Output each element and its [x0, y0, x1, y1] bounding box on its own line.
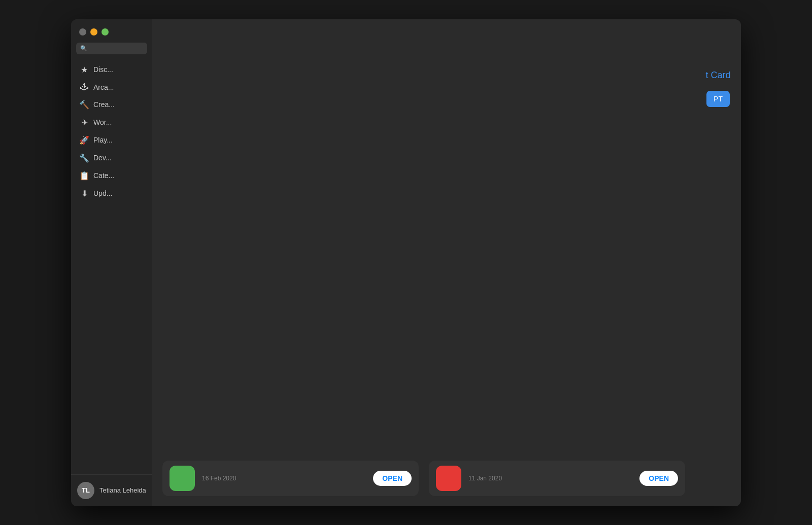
background-content: 16 Feb 2020 OPEN 11 Jan 2020 OPEN — [152, 19, 695, 506]
bg-app-icon-2 — [436, 466, 461, 491]
maximize-button[interactable] — [101, 28, 109, 36]
search-icon: 🔍 — [80, 45, 87, 52]
bg-card-row: 16 Feb 2020 OPEN 11 Jan 2020 OPEN — [162, 461, 685, 496]
play-icon: 🚀 — [79, 135, 89, 145]
sidebar-item-arcade[interactable]: 🕹 Arca... — [74, 79, 149, 95]
right-action-button[interactable]: PT — [706, 91, 730, 107]
categories-icon: 📋 — [79, 171, 89, 181]
sidebar-item-work[interactable]: ✈ Wor... — [74, 114, 149, 131]
create-icon: 🔨 — [79, 100, 89, 110]
bg-app-date-1: 16 Feb 2020 — [202, 475, 366, 482]
sidebar-item-label: Disc... — [93, 65, 113, 74]
develop-icon: 🔧 — [79, 153, 89, 163]
bg-app-date-2: 11 Jan 2020 — [468, 475, 632, 482]
sidebar-item-play[interactable]: 🚀 Play... — [74, 132, 149, 149]
close-button[interactable] — [79, 28, 86, 36]
sidebar-item-label: Dev... — [93, 154, 112, 162]
sidebar-item-discover[interactable]: ★ Disc... — [74, 61, 149, 78]
sidebar-item-label: Cate... — [93, 171, 114, 180]
sidebar: 🔍 ★ Disc... 🕹 Arca... 🔨 Crea... ✈ Wor...… — [71, 19, 152, 506]
sidebar-item-label: Play... — [93, 136, 113, 144]
bg-app-info-1: 16 Feb 2020 — [202, 475, 366, 482]
sidebar-item-label: Upd... — [93, 189, 112, 197]
open-button-1[interactable]: OPEN — [373, 471, 412, 486]
sidebar-nav: ★ Disc... 🕹 Arca... 🔨 Crea... ✈ Wor... 🚀… — [71, 61, 152, 474]
bg-app-info-2: 11 Jan 2020 — [468, 475, 632, 482]
main-area: Edit Subscription 🔒 Secure Connection tv… — [152, 19, 695, 506]
traffic-lights — [71, 19, 152, 43]
sidebar-item-label: Arca... — [93, 83, 114, 91]
sidebar-item-label: Crea... — [93, 100, 115, 109]
bg-card-2: 11 Jan 2020 OPEN — [429, 461, 685, 496]
open-button-2[interactable]: OPEN — [639, 471, 678, 486]
right-panel: t Card PT — [695, 19, 741, 506]
avatar: TL — [77, 482, 94, 499]
right-card-label: t Card — [705, 70, 730, 81]
user-name: Tetiana Leheida — [99, 486, 146, 494]
star-icon: ★ — [79, 65, 89, 75]
search-bar[interactable]: 🔍 — [76, 43, 147, 54]
sidebar-item-updates[interactable]: ⬇ Upd... — [74, 185, 149, 202]
sidebar-item-categories[interactable]: 📋 Cate... — [74, 167, 149, 184]
user-section: TL Tetiana Leheida — [71, 474, 152, 506]
sidebar-item-create[interactable]: 🔨 Crea... — [74, 96, 149, 113]
minimize-button[interactable] — [90, 28, 97, 36]
bg-card-1: 16 Feb 2020 OPEN — [162, 461, 419, 496]
work-icon: ✈ — [79, 118, 89, 127]
sidebar-item-label: Wor... — [93, 118, 112, 126]
bg-app-icon-1 — [170, 466, 195, 491]
arcade-icon: 🕹 — [79, 83, 89, 92]
sidebar-item-develop[interactable]: 🔧 Dev... — [74, 150, 149, 166]
updates-icon: ⬇ — [79, 189, 89, 198]
